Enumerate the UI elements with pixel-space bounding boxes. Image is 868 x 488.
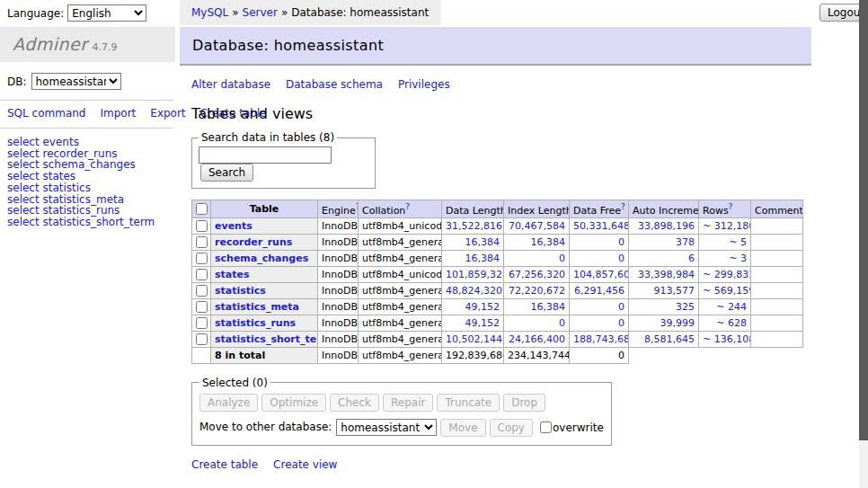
breadcrumb-link-mysql[interactable]: MySQL: [191, 6, 228, 19]
overwrite-label[interactable]: overwrite: [553, 421, 604, 433]
drop-button[interactable]: Drop: [503, 394, 545, 412]
search-input[interactable]: [199, 146, 332, 164]
copy-button[interactable]: Copy: [490, 419, 533, 437]
scrollbar-thumb[interactable]: [859, 0, 868, 440]
row-checkbox[interactable]: [196, 285, 208, 297]
row-checkbox[interactable]: [196, 301, 208, 313]
check-button[interactable]: Check: [330, 394, 379, 412]
sidebar-action-import[interactable]: Import: [100, 107, 136, 120]
search-button[interactable]: Search: [200, 164, 253, 182]
total-checkbox-cell: [192, 347, 211, 363]
sidebar-link-select-events[interactable]: select events: [7, 137, 175, 148]
truncate-button[interactable]: Truncate: [437, 394, 500, 412]
data-length-cell: 16,384: [442, 250, 504, 266]
db-link-database-schema[interactable]: Database schema: [286, 78, 383, 91]
column-header-collation: Collation?: [359, 200, 442, 218]
breadcrumb-separator: »: [281, 6, 288, 19]
sidebar-divider-top: [0, 100, 173, 101]
create-link-create-table[interactable]: Create table: [191, 458, 258, 471]
total-empty-cell: [699, 347, 751, 363]
column-header-table: Table: [211, 200, 318, 218]
column-help-link[interactable]: ?: [621, 202, 625, 211]
auto-increment-cell: 325: [629, 298, 699, 315]
index-length-cell: 70,467,584: [504, 217, 570, 234]
table-row: eventsInnoDButf8mb4_unicode_ci31,522,816…: [192, 217, 803, 234]
table-name-link-states[interactable]: states: [215, 269, 250, 280]
rows-cell: ~ 136,108: [699, 331, 751, 347]
collation-cell: utf8mb4_general_ci: [359, 298, 442, 315]
language-select[interactable]: English: [67, 4, 146, 22]
comment-cell: [751, 217, 803, 234]
db-select[interactable]: homeassistant: [31, 73, 121, 90]
table-name-link-recorder-runs[interactable]: recorder_runs: [215, 236, 292, 248]
sidebar-link-select-statistics-short-term[interactable]: select statistics_short_term: [7, 217, 175, 228]
table-name-link-statistics[interactable]: statistics: [215, 285, 266, 297]
column-header-rows: Rows?: [699, 200, 751, 218]
comment-cell: [751, 331, 803, 347]
row-checkbox[interactable]: [196, 220, 208, 232]
collation-cell: utf8mb4_general_ci: [359, 250, 442, 266]
table-name-cell: schema_changes: [211, 250, 318, 266]
total-collation-cell: utf8mb4_general_ci: [359, 347, 442, 363]
table-row: statistics_metaInnoDButf8mb4_general_ci4…: [192, 298, 803, 315]
table-name-link-statistics-runs[interactable]: statistics_runs: [215, 317, 296, 329]
move-button[interactable]: Move: [440, 419, 485, 437]
total-data-free-cell: 0: [570, 347, 629, 363]
auto-increment-cell: 6: [629, 250, 699, 266]
breadcrumb-link-server[interactable]: Server: [243, 6, 278, 19]
comment-cell: [751, 250, 803, 266]
table-name-cell: recorder_runs: [211, 234, 318, 250]
collation-cell: utf8mb4_unicode_ci: [359, 217, 442, 234]
column-help-link[interactable]: ?: [405, 202, 410, 211]
table-row: statistics_runsInnoDButf8mb4_general_ci4…: [192, 315, 803, 331]
row-checkbox[interactable]: [196, 236, 208, 248]
create-link-create-view[interactable]: Create view: [273, 458, 337, 471]
index-length-cell: 0: [504, 250, 570, 266]
sidebar-link-select-statistics[interactable]: select statistics: [7, 182, 175, 194]
collation-cell: utf8mb4_general_ci: [359, 282, 442, 298]
move-db-select[interactable]: homeassistant: [336, 419, 437, 436]
table-name-link-statistics-meta[interactable]: statistics_meta: [215, 301, 299, 313]
page-title: Database: homeassistant: [180, 27, 811, 66]
data-free-cell: 104,857,600: [570, 266, 629, 282]
sidebar-actions: SQL commandImportExportCreate table: [7, 107, 162, 120]
move-row: Move to other database:homeassistantMove…: [199, 419, 604, 437]
table-name-link-events[interactable]: events: [215, 220, 252, 232]
rows-cell: ~ 312,180: [699, 217, 751, 234]
sidebar-action-sql-command[interactable]: SQL command: [7, 107, 85, 120]
table-name-cell: states: [211, 266, 318, 282]
table-total-row: 8 in totalInnoDButf8mb4_general_ci192,83…: [192, 347, 803, 363]
db-link-alter-database[interactable]: Alter database: [191, 78, 270, 91]
data-length-cell: 48,824,320: [442, 282, 504, 298]
comment-cell: [751, 315, 803, 331]
row-checkbox[interactable]: [196, 253, 208, 264]
row-checkbox[interactable]: [196, 333, 208, 345]
column-help-link[interactable]: ?: [729, 202, 733, 211]
data-free-cell: 50,331,648: [570, 217, 629, 234]
selected-action-buttons: AnalyzeOptimizeCheckRepairTruncateDrop: [199, 394, 604, 412]
select-all-checkbox[interactable]: [196, 203, 208, 215]
table-name-link-schema-changes[interactable]: schema_changes: [215, 253, 308, 264]
data-length-cell: 49,152: [442, 315, 504, 331]
repair-button[interactable]: Repair: [383, 394, 433, 412]
data-length-cell: 31,522,816: [442, 217, 504, 234]
analyze-button[interactable]: Analyze: [199, 394, 258, 412]
main-content: Database: homeassistant Alter databaseDa…: [180, 27, 811, 488]
engine-cell: InnoDB: [318, 234, 359, 250]
sidebar-divider-bottom: [0, 128, 173, 129]
db-link-privileges[interactable]: Privileges: [398, 78, 450, 91]
sidebar-link-select-states[interactable]: select states: [7, 171, 175, 182]
table-name-link-statistics-short-term[interactable]: statistics_short_term: [215, 333, 318, 345]
auto-increment-cell: 913,577: [629, 282, 699, 298]
tables-table-body: eventsInnoDButf8mb4_unicode_ci31,522,816…: [192, 217, 803, 363]
index-length-cell: 72,220,672: [504, 282, 570, 298]
scrollbar-track[interactable]: [859, 0, 868, 488]
app-logo[interactable]: Adminer: [13, 34, 88, 54]
table-row: statistics_short_termInnoDButf8mb4_gener…: [192, 331, 803, 347]
app-banner: Adminer4.7.9: [0, 27, 175, 62]
overwrite-checkbox[interactable]: [540, 421, 552, 433]
optimize-button[interactable]: Optimize: [261, 394, 326, 412]
row-checkbox[interactable]: [196, 269, 208, 280]
data-free-cell: 188,743,680: [570, 331, 629, 347]
row-checkbox[interactable]: [196, 317, 208, 329]
